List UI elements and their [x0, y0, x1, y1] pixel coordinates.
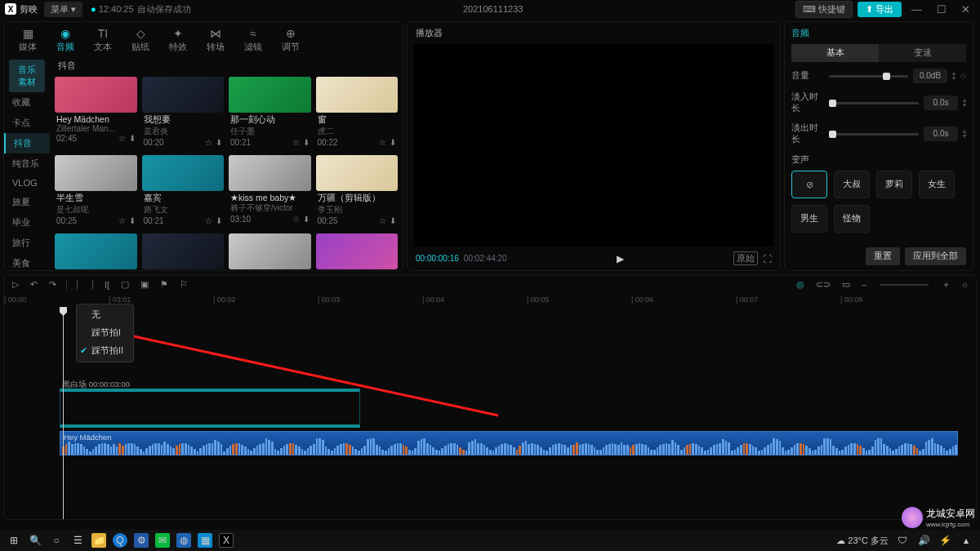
- select-tool-icon[interactable]: ▷: [11, 279, 20, 290]
- download-icon[interactable]: ⬇: [390, 216, 396, 225]
- thumb[interactable]: [142, 155, 225, 191]
- taskview-icon[interactable]: ☰: [70, 533, 85, 548]
- ctx-beat2[interactable]: 踩节拍II: [77, 342, 133, 360]
- thumb[interactable]: [142, 233, 225, 269]
- voice-chip-5[interactable]: 怪物: [834, 205, 870, 233]
- play-button[interactable]: ▶: [512, 253, 728, 264]
- tray-shield-icon[interactable]: 🛡: [895, 533, 910, 548]
- marker2-icon[interactable]: ⚐: [178, 279, 189, 290]
- zoom-in-icon[interactable]: ＋: [940, 278, 952, 291]
- tab-speed[interactable]: 变速: [879, 44, 966, 62]
- volume-value[interactable]: 0.0dB: [913, 69, 947, 83]
- media-card[interactable]: 无忘（剪辑版）钟芷晴00:25☆⬇: [142, 233, 225, 270]
- fav-icon[interactable]: ☆: [118, 134, 126, 143]
- thumb[interactable]: [229, 233, 311, 269]
- voice-chip-0[interactable]: ⊘: [791, 171, 827, 198]
- fav-icon[interactable]: ☆: [379, 216, 386, 225]
- sidebar-item-3[interactable]: 抖音: [4, 133, 50, 153]
- sidebar-item-6[interactable]: 旅夏: [4, 192, 50, 212]
- fadein-stepper[interactable]: ▴▾: [963, 98, 966, 108]
- thumb[interactable]: [316, 155, 399, 191]
- sidebar-item-4[interactable]: 纯音乐: [4, 153, 50, 174]
- windows-taskbar[interactable]: ⊞ 🔍 ○ ☰ 📁 Q ⚙ ✉ ◍ ▦ X ☁ 23°C 多云 🛡 🔊 ⚡ ▴: [0, 530, 980, 551]
- fav-icon[interactable]: ☆: [205, 138, 212, 147]
- redo-icon[interactable]: ↷: [47, 279, 58, 290]
- voice-chip-1[interactable]: 大叔: [834, 171, 870, 198]
- zoom-fit-icon[interactable]: ○: [960, 280, 969, 290]
- media-card[interactable]: 银河与星斗（剪...yihuik苡慧00:26☆⬇: [55, 233, 137, 270]
- media-card[interactable]: 窗虎二00:22☆⬇: [316, 77, 399, 150]
- playhead[interactable]: [63, 312, 64, 519]
- sidebar-item-7[interactable]: 毕业: [4, 212, 50, 233]
- media-card[interactable]: 那一刻心动任子墨00:21☆⬇: [229, 77, 311, 150]
- thumb[interactable]: [316, 233, 399, 269]
- top-tab-6[interactable]: ≈滤镜: [238, 25, 269, 55]
- sidebar-item-0[interactable]: 音乐素材: [9, 60, 45, 92]
- sidebar-item-5[interactable]: VLOG: [4, 174, 50, 192]
- fav-icon[interactable]: ☆: [379, 138, 386, 147]
- fav-icon[interactable]: ☆: [292, 215, 300, 224]
- ratio-button[interactable]: 原始: [733, 251, 758, 265]
- shortcut-button[interactable]: ⌨ 快捷键: [795, 1, 853, 18]
- top-tab-2[interactable]: TI文本: [87, 25, 118, 55]
- ctx-none[interactable]: 无: [77, 306, 133, 324]
- sidebar-item-9[interactable]: 美食: [4, 253, 50, 270]
- ctx-beat1[interactable]: 踩节拍I: [77, 324, 133, 342]
- snap-icon[interactable]: ◎: [795, 279, 806, 290]
- maximize-button[interactable]: ☐: [932, 3, 951, 16]
- top-tab-5[interactable]: ⋈转场: [200, 25, 231, 55]
- download-icon[interactable]: ⬇: [216, 216, 222, 225]
- thumb[interactable]: [316, 77, 399, 113]
- fadein-slider[interactable]: [829, 102, 919, 104]
- media-card[interactable]: ★kiss me baby★裤子不够穿/victor03:10☆⬇: [229, 155, 311, 229]
- zoom-out-icon[interactable]: −: [860, 280, 868, 290]
- crop-icon[interactable]: ▣: [139, 279, 150, 290]
- thumb[interactable]: [229, 155, 311, 191]
- media-card[interactable]: 吉他初恋刘大壮00:34☆⬇: [316, 233, 399, 270]
- thumb[interactable]: [229, 77, 311, 113]
- volume-stepper[interactable]: ▴▾: [952, 71, 956, 81]
- context-menu[interactable]: 无 踩节拍I 踩节拍II: [76, 304, 134, 362]
- fadeout-slider[interactable]: [829, 133, 919, 136]
- menu-dropdown[interactable]: 菜单 ▾: [44, 2, 82, 17]
- close-button[interactable]: ✕: [956, 3, 975, 16]
- sidebar-item-2[interactable]: 卡点: [4, 113, 50, 133]
- export-button[interactable]: ⬆ 导出: [858, 2, 902, 17]
- thumb[interactable]: [142, 77, 225, 113]
- apply-all-button[interactable]: 应用到全部: [905, 247, 966, 265]
- wechat-icon[interactable]: ✉: [155, 533, 170, 548]
- link-icon[interactable]: ⊂⊃: [814, 279, 832, 290]
- top-tab-4[interactable]: ✦特效: [163, 25, 194, 55]
- sidebar-item-8[interactable]: 旅行: [4, 233, 50, 253]
- fav-icon[interactable]: ☆: [118, 216, 126, 225]
- voice-chip-2[interactable]: 萝莉: [876, 171, 912, 198]
- tray-more-icon[interactable]: ▴: [959, 533, 973, 548]
- media-card[interactable]: 嘉宾路飞文00:21☆⬇: [142, 155, 225, 229]
- delete-icon[interactable]: ▢: [119, 279, 131, 290]
- fav-icon[interactable]: ☆: [205, 216, 212, 225]
- audio-track[interactable]: Hey Mädchen: [60, 431, 976, 455]
- media-card[interactable]: 万疆（剪辑版）李玉刚00:25☆⬇: [316, 155, 399, 229]
- minimize-button[interactable]: —: [906, 3, 927, 16]
- download-icon[interactable]: ⬇: [129, 216, 136, 225]
- download-icon[interactable]: ⬇: [216, 138, 222, 147]
- cortana-icon[interactable]: ○: [49, 533, 64, 548]
- preview-video[interactable]: [414, 44, 773, 247]
- thumb[interactable]: [55, 77, 137, 113]
- fadein-value[interactable]: 0.0s: [924, 96, 958, 110]
- top-tab-0[interactable]: ▦媒体: [12, 25, 43, 55]
- top-tab-3[interactable]: ◇贴纸: [125, 25, 156, 55]
- download-icon[interactable]: ⬇: [390, 138, 396, 147]
- voice-chip-3[interactable]: 女生: [919, 171, 955, 198]
- media-card[interactable]: 我想要盖君炎00:20☆⬇: [142, 77, 225, 150]
- app1-icon[interactable]: ⚙: [134, 533, 149, 548]
- split-icon[interactable]: ⎸⎹: [75, 279, 95, 290]
- undo-icon[interactable]: ↶: [29, 279, 39, 290]
- sidebar-item-1[interactable]: 收藏: [4, 92, 50, 113]
- thumb[interactable]: [55, 155, 137, 191]
- fullscreen-button[interactable]: ⛶: [763, 254, 772, 264]
- volume-slider[interactable]: [829, 75, 908, 78]
- tray-volume-icon[interactable]: ⚡: [938, 533, 952, 548]
- download-icon[interactable]: ⬇: [303, 138, 310, 147]
- tray-network-icon[interactable]: 🔊: [916, 533, 931, 548]
